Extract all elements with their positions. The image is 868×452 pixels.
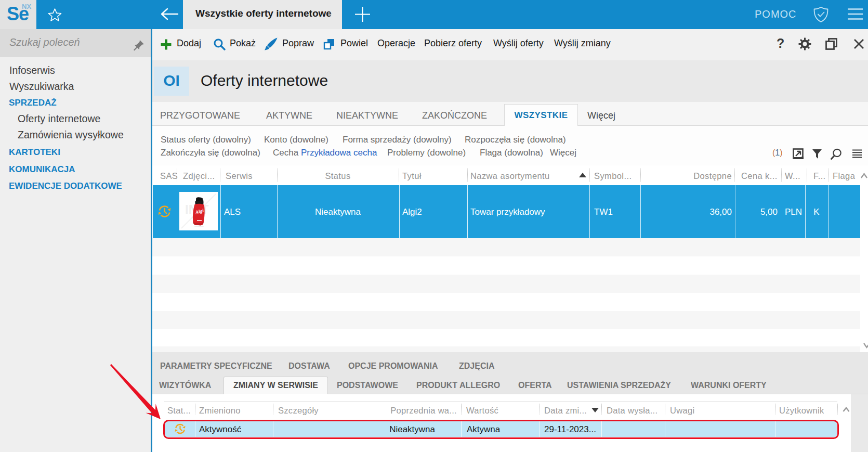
svg-text:?: ? (777, 36, 784, 50)
